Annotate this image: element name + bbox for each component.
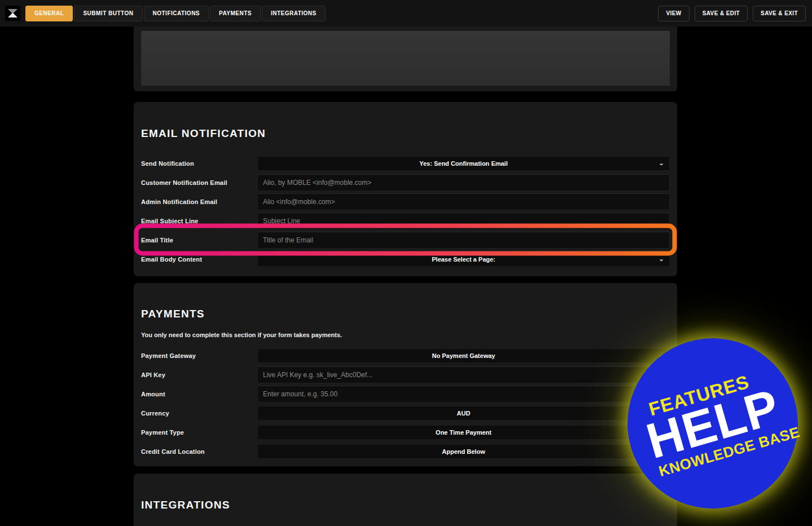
api-key-input[interactable] [257,366,670,383]
payment-type-label: Payment Type [141,429,257,436]
email-body-content-label: Email Body Content [141,256,257,263]
payment-type-value: One Time Payment [436,429,491,436]
email-body-content-select[interactable]: Please Select a Page: ⌄ [257,252,670,267]
row-customer-notification-email: Customer Notification Email [141,174,670,191]
save-and-edit-button[interactable]: SAVE & EDIT [695,6,748,21]
credit-card-location-label: Credit Card Location [141,448,257,455]
send-notification-value: Yes: Send Confirmation Email [419,160,507,167]
payment-type-select[interactable]: One Time Payment ⌄ [257,425,670,440]
row-email-title: Email Title [141,232,670,249]
chevron-down-icon: ⌄ [659,255,664,262]
tab-submit-button[interactable]: SUBMIT BUTTON [74,6,142,21]
row-payment-type: Payment Type One Time Payment ⌄ [141,424,670,441]
currency-select[interactable]: AUD ⌄ [257,406,670,421]
row-api-key: API Key [141,366,670,383]
chevron-down-icon: ⌄ [659,160,664,166]
credit-card-location-value: Append Below [442,448,485,455]
panel-preview [134,26,677,91]
email-notification-fields: Send Notification Yes: Send Confirmation… [141,155,670,268]
help-badge-text: FEATURES HELP KNOWLEDGE BASE [631,364,794,483]
settings-tab-bar: GENERAL SUBMIT BUTTON NOTIFICATIONS PAYM… [25,6,326,21]
content-preview-area[interactable] [141,31,670,86]
email-title-input[interactable] [257,232,670,249]
moble-logo-icon[interactable] [5,6,20,21]
tab-notifications[interactable]: NOTIFICATIONS [144,6,209,21]
email-body-content-value: Please Select a Page: [432,256,495,263]
tab-integrations[interactable]: INTEGRATIONS [262,6,326,21]
row-amount: Amount [141,386,670,403]
save-and-exit-button[interactable]: SAVE & EXIT [753,6,806,21]
payment-gateway-label: Payment Gateway [141,352,257,359]
admin-notification-email-input[interactable] [257,193,670,210]
tab-payments[interactable]: PAYMENTS [210,6,261,21]
send-notification-select[interactable]: Yes: Send Confirmation Email ⌄ [257,156,670,171]
email-subject-line-input[interactable] [257,213,670,229]
payments-fields: Payment Gateway No Payment Gateway ⌄ API… [141,347,670,460]
customer-notification-email-input[interactable] [257,174,670,191]
panel-email-notification: EMAIL NOTIFICATION Send Notification Yes… [134,102,677,276]
payments-title: PAYMENTS [141,308,670,320]
credit-card-location-select[interactable]: Append Below ⌄ [257,444,670,459]
payments-note: You only need to complete this section i… [141,331,670,338]
payment-gateway-select[interactable]: No Payment Gateway ⌄ [257,348,670,363]
row-admin-notification-email: Admin Notification Email [141,193,670,210]
row-currency: Currency AUD ⌄ [141,405,670,422]
row-payment-gateway: Payment Gateway No Payment Gateway ⌄ [141,347,670,364]
amount-label: Amount [141,391,257,397]
top-toolbar: GENERAL SUBMIT BUTTON NOTIFICATIONS PAYM… [0,0,812,26]
admin-notification-email-label: Admin Notification Email [141,198,257,205]
row-credit-card-location: Credit Card Location Append Below ⌄ [141,443,670,460]
amount-input[interactable] [257,386,670,403]
currency-label: Currency [141,410,257,417]
help-knowledge-base-badge[interactable]: FEATURES HELP KNOWLEDGE BASE [627,338,798,509]
row-email-subject-line: Email Subject Line [141,213,670,229]
currency-value: AUD [457,410,471,417]
tab-general[interactable]: GENERAL [25,6,73,21]
toolbar-actions: VIEW SAVE & EDIT SAVE & EXIT [658,6,806,21]
payment-gateway-value: No Payment Gateway [432,352,495,359]
send-notification-label: Send Notification [141,160,257,167]
email-subject-line-label: Email Subject Line [141,218,257,224]
row-send-notification: Send Notification Yes: Send Confirmation… [141,155,670,172]
view-button[interactable]: VIEW [658,6,689,21]
email-title-label: Email Title [141,237,257,244]
panel-payments: PAYMENTS You only need to complete this … [134,283,677,466]
api-key-label: API Key [141,372,257,378]
row-email-body-content: Email Body Content Please Select a Page:… [141,251,670,268]
email-notification-title: EMAIL NOTIFICATION [141,127,670,139]
panel-integrations: INTEGRATIONS [134,474,677,526]
integrations-title: INTEGRATIONS [141,499,670,511]
customer-notification-email-label: Customer Notification Email [141,179,257,186]
